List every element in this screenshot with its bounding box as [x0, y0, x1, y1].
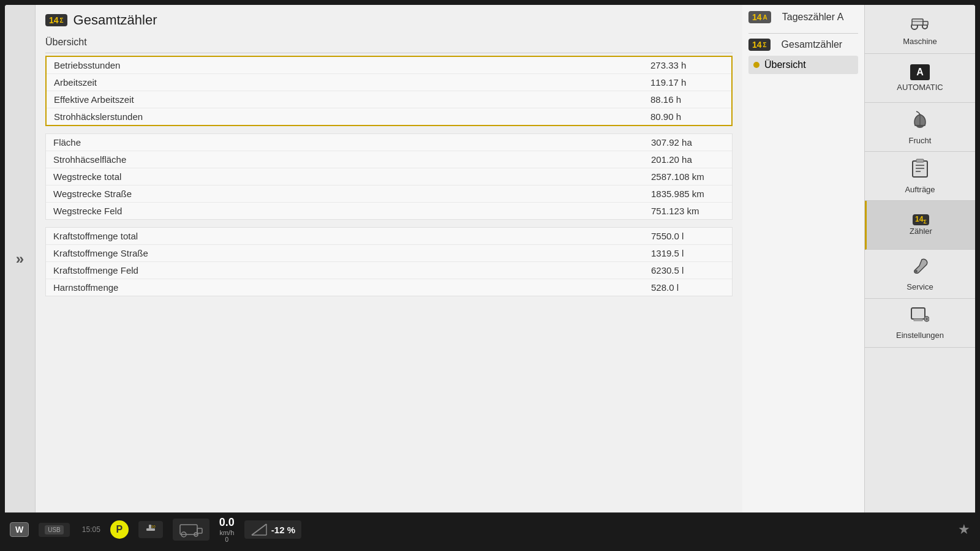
nav-arrow-left[interactable]: »	[16, 250, 24, 268]
nav-label-auftraege: Aufträge	[905, 185, 935, 194]
nav-label-einstellungen: Einstellungen	[896, 331, 944, 340]
label-kraftstoff-feld: Kraftstoffmenge Feld	[53, 265, 138, 276]
label-arbeitszeit: Arbeitszeit	[54, 77, 97, 88]
nav-item-maschine[interactable]: Maschine	[865, 5, 975, 54]
page-title: Gesamtzähler	[74, 12, 157, 28]
nav-item-einstellungen[interactable]: Einstellungen	[865, 299, 975, 348]
automatic-icon: A	[910, 64, 930, 80]
value-flaeche: 307.92 ha	[651, 137, 725, 148]
label-wegstrecke-total: Wegstrecke total	[53, 171, 121, 182]
speed-unit: km/h	[219, 529, 234, 536]
tageszaehler-title-row: 14A Tageszähler A	[748, 11, 858, 23]
header-badge: 14Σ	[45, 14, 67, 26]
value-arbeitszeit: 119.17 h	[650, 77, 724, 88]
speed-sub: 0	[225, 536, 229, 543]
value-kraftstoff-strasse: 1319.5 l	[651, 248, 725, 258]
left-panel: »	[5, 5, 36, 512]
label-kraftstoff-strasse: Kraftstoffmenge Straße	[53, 248, 148, 258]
screen: » 14Σ Gesamtzähler Übersicht Betriebsstu…	[0, 0, 980, 551]
value-kraftstoff-total: 7550.0 l	[651, 231, 725, 241]
nav-divider	[748, 33, 858, 34]
label-strohflaeche: Strohhäcselfläche	[53, 154, 126, 165]
nav-label-automatic: AUTOMATIC	[897, 83, 943, 92]
maschine-icon	[910, 13, 930, 34]
gesamtzaehler-sub-title: Gesamtzähler	[782, 39, 843, 50]
row-strohflaeche: Strohhäcselfläche 201.20 ha	[46, 151, 732, 168]
speed-value: 0.0	[219, 516, 235, 529]
zaehler-badge: 14Σ	[913, 214, 929, 225]
main-nav: Maschine A AUTOMATIC Frucht	[865, 5, 975, 512]
gz-badge-num: 14	[752, 40, 762, 50]
tz-badge-sub: A	[763, 14, 767, 21]
label-wegstrecke-strasse: Wegstrecke Straße	[53, 189, 132, 199]
label-kraftstoff-total: Kraftstoffmenge total	[53, 231, 138, 241]
row-flaeche: Fläche 307.92 ha	[46, 134, 732, 151]
section-label: Übersicht	[45, 33, 733, 53]
svg-line-23	[252, 524, 266, 535]
svg-text:10: 10	[151, 525, 156, 528]
svg-point-11	[915, 270, 918, 272]
w-badge: W	[10, 522, 29, 537]
value-strohhackslerstunden: 80.90 h	[650, 111, 724, 122]
data-section-2: Fläche 307.92 ha Strohhäcselfläche 201.2…	[45, 133, 733, 220]
data-section-1: Betriebsstunden 273.33 h Arbeitszeit 119…	[45, 56, 733, 126]
nav-label-service: Service	[907, 282, 933, 291]
svg-rect-12	[911, 308, 925, 319]
value-harnstoff: 528.0 l	[651, 282, 725, 293]
gz-sub-badge: 14Σ	[748, 39, 771, 51]
label-effektive-arbeitszeit: Effektive Arbeitszeit	[54, 94, 134, 105]
slope-value: -12 %	[271, 525, 295, 535]
page-title-row: 14Σ Gesamtzähler	[45, 12, 733, 28]
center-panel: 14Σ Gesamtzähler Übersicht Betriebsstund…	[36, 5, 742, 512]
svg-rect-16	[146, 528, 155, 531]
gz-badge-sub: Σ	[763, 42, 767, 48]
svg-rect-22	[197, 528, 202, 533]
parking-label: P	[116, 524, 123, 535]
status-tractor-outline	[173, 519, 209, 541]
gesamtzaehler-sub-block: 14Σ Gesamtzähler Übersicht	[748, 39, 858, 74]
svg-rect-10	[916, 159, 924, 162]
nav-label-frucht: Frucht	[909, 136, 932, 145]
row-harnstoff: Harnstoffmenge 528.0 l	[46, 279, 732, 296]
main-area: » 14Σ Gesamtzähler Übersicht Betriebsstu…	[5, 5, 975, 512]
label-betriebsstunden: Betriebsstunden	[54, 60, 120, 70]
favorite-star[interactable]: ★	[958, 522, 970, 538]
row-strohhackslerstunden: Strohhäckslerstunden 80.90 h	[47, 108, 731, 125]
sub-nav-item-uebersicht[interactable]: Übersicht	[748, 56, 858, 74]
tageszaehler-title[interactable]: Tageszähler A	[782, 12, 844, 23]
nav-item-service[interactable]: Service	[865, 250, 975, 299]
gesamtzaehler-sub-title-row: 14Σ Gesamtzähler	[748, 39, 858, 51]
nav-item-auftraege[interactable]: Aufträge	[865, 152, 975, 201]
nav-item-zaehler[interactable]: 14Σ Zähler	[865, 201, 975, 250]
nav-item-frucht[interactable]: Frucht	[865, 103, 975, 152]
label-wegstrecke-feld: Wegstrecke Feld	[53, 206, 122, 216]
value-strohflaeche: 201.20 ha	[651, 154, 725, 165]
nav-item-automatic[interactable]: A AUTOMATIC	[865, 54, 975, 103]
badge-number: 14	[49, 15, 59, 25]
row-arbeitszeit: Arbeitszeit 119.17 h	[47, 74, 731, 91]
tageszaehler-block: 14A Tageszähler A	[748, 11, 858, 23]
frucht-icon	[910, 110, 930, 133]
value-kraftstoff-feld: 6230.5 l	[651, 265, 725, 276]
status-item-usb: USB	[39, 523, 70, 537]
row-wegstrecke-total: Wegstrecke total 2587.108 km	[46, 168, 732, 186]
status-bar: W USB 15:05 P 10 0.0 km/h	[5, 512, 975, 546]
svg-rect-6	[913, 161, 927, 177]
svg-rect-3	[923, 21, 928, 25]
value-betriebsstunden: 273.33 h	[650, 60, 724, 70]
svg-rect-13	[914, 319, 922, 321]
svg-rect-2	[912, 19, 923, 25]
row-wegstrecke-strasse: Wegstrecke Straße 1835.985 km	[46, 186, 732, 203]
value-effektive-arbeitszeit: 88.16 h	[650, 94, 724, 105]
row-kraftstoff-feld: Kraftstoffmenge Feld 6230.5 l	[46, 262, 732, 279]
active-dot	[753, 62, 760, 68]
value-wegstrecke-total: 2587.108 km	[651, 171, 725, 182]
tageszaehler-badge: 14A	[748, 11, 771, 23]
row-wegstrecke-feld: Wegstrecke Feld 751.123 km	[46, 203, 732, 219]
label-strohhackslerstunden: Strohhäckslerstunden	[54, 111, 143, 122]
row-kraftstoff-total: Kraftstoffmenge total 7550.0 l	[46, 228, 732, 245]
label-harnstoff: Harnstoffmenge	[53, 282, 118, 293]
tz-badge-num: 14	[752, 12, 762, 22]
nav-label-maschine: Maschine	[903, 37, 937, 46]
parking-icon: P	[110, 520, 129, 539]
